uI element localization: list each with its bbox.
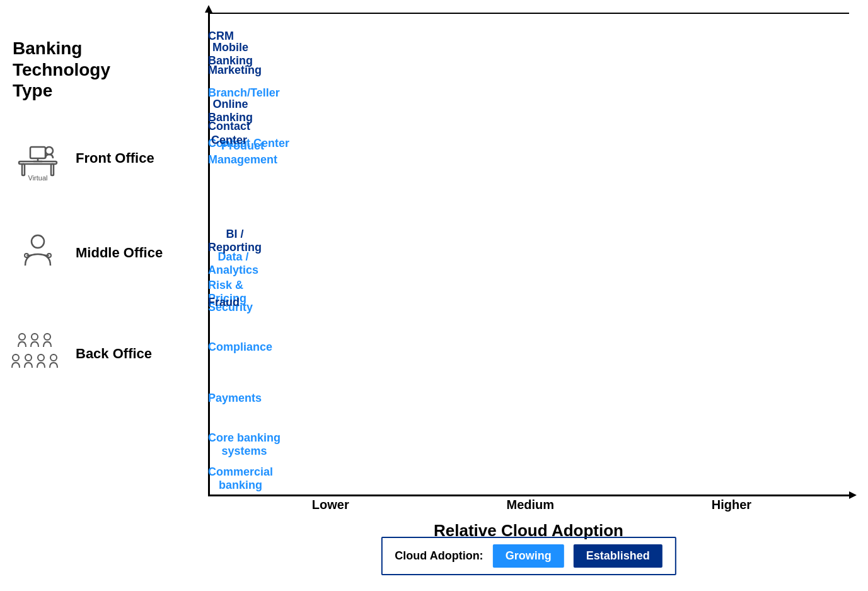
label-compliance: Compliance	[208, 341, 272, 354]
label-medium: Medium	[506, 498, 554, 512]
legend-item-front-office: Virtual Front Office	[13, 120, 208, 196]
growing-chip: Growing	[493, 544, 564, 568]
svg-point-18	[38, 354, 44, 361]
cloud-adoption-label: Cloud Adoption:	[395, 549, 483, 563]
svg-point-15	[44, 334, 50, 340]
legend-item-middle-office: Middle Office	[13, 215, 208, 291]
x-axis-labels: Lower Medium Higher	[208, 498, 849, 512]
legend-item-back-office: Back Office	[13, 316, 208, 392]
svg-point-6	[45, 147, 53, 155]
svg-point-16	[13, 354, 19, 361]
middle-office-label: Middle Office	[76, 245, 163, 261]
label-mobile-banking: MobileBanking	[208, 41, 253, 68]
legend-items: Virtual Front Office	[13, 120, 208, 392]
cloud-adoption-legend: Cloud Adoption: Growing Established	[381, 537, 676, 575]
main-container: Banking Technology Type	[0, 0, 868, 591]
back-office-label: Back Office	[76, 346, 152, 362]
label-lower: Lower	[312, 498, 349, 512]
front-office-icon: Virtual	[13, 133, 63, 184]
svg-rect-3	[30, 147, 45, 158]
svg-rect-1	[22, 164, 25, 175]
svg-point-19	[50, 354, 57, 361]
svg-rect-2	[51, 164, 54, 175]
label-higher: Higher	[712, 498, 751, 512]
back-office-icon	[13, 329, 63, 379]
svg-text:Virtual: Virtual	[28, 174, 48, 182]
label-bi-reporting: BI /Reporting	[208, 228, 262, 255]
h-line-bottom	[210, 13, 849, 14]
label-payments: Payments	[208, 392, 262, 406]
label-core-banking: Core bankingsystems	[208, 431, 281, 459]
legend-container: Cloud Adoption: Growing Established	[381, 537, 676, 575]
front-office-label: Front Office	[76, 150, 154, 167]
label-commercial-banking: Commercialbanking	[208, 465, 273, 493]
banking-type-label: Banking Technology Type	[13, 38, 208, 102]
svg-point-14	[32, 334, 38, 340]
svg-point-13	[19, 334, 25, 340]
label-online-banking: OnlineBanking	[208, 98, 253, 125]
x-axis	[208, 494, 849, 496]
left-legend: Banking Technology Type	[13, 13, 208, 578]
svg-point-17	[25, 354, 32, 361]
middle-office-icon	[13, 228, 63, 278]
chart-area: Branch/Teller Contact Center ProductMana…	[208, 13, 849, 578]
label-fraud: Fraud	[208, 296, 240, 310]
svg-point-8	[32, 235, 44, 248]
established-chip: Established	[574, 544, 663, 568]
